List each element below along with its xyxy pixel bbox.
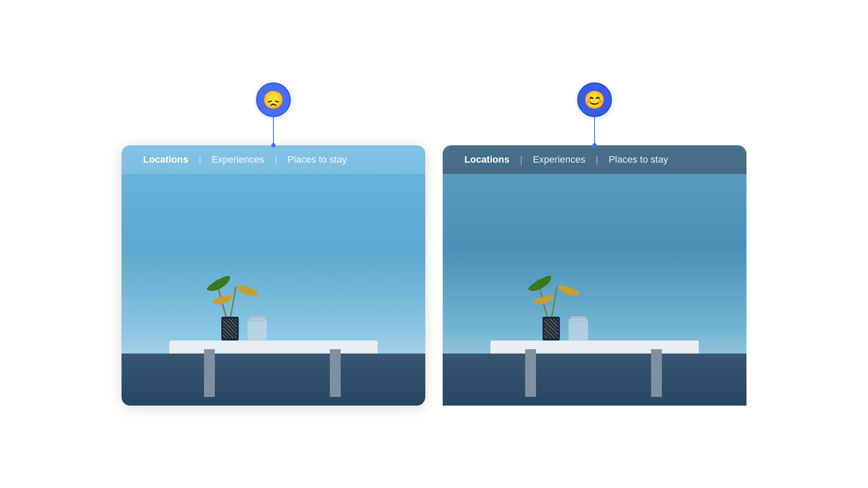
nav-locations-left[interactable]: Locations	[135, 154, 197, 165]
nav-places-left[interactable]: Places to stay	[279, 154, 355, 165]
nav-divider-2-left: |	[273, 154, 279, 165]
right-card: Locations | Experiences | Places to stay	[443, 145, 746, 406]
right-nav-bar: Locations | Experiences | Places to stay	[443, 145, 746, 174]
nav-locations-right[interactable]: Locations	[456, 154, 518, 165]
sad-face-icon: 😞	[263, 90, 284, 110]
floor-left	[122, 354, 425, 406]
table-leg-right-1	[525, 349, 536, 397]
indicator-dot-right	[592, 143, 597, 147]
table-surface-left	[169, 341, 378, 354]
indicator-line-left	[273, 117, 274, 143]
floor-right	[443, 354, 746, 406]
table-leg-left-1	[204, 349, 215, 397]
indicator-line-right	[594, 117, 595, 143]
sad-emoji-circle: 😞	[256, 82, 291, 117]
left-card: Locations | Experiences | Places to stay	[122, 145, 425, 406]
left-panel-wrapper: 😞	[122, 82, 425, 406]
nav-places-right[interactable]: Places to stay	[600, 154, 677, 165]
nav-divider-1-left: |	[197, 154, 203, 165]
happy-indicator: 😊	[577, 82, 612, 147]
sad-indicator: 😞	[256, 82, 291, 147]
happy-emoji-circle: 😊	[577, 82, 612, 117]
nav-experiences-right[interactable]: Experiences	[524, 154, 594, 165]
nav-experiences-left[interactable]: Experiences	[203, 154, 273, 165]
wall-right	[443, 145, 746, 354]
table-leg-left-2	[330, 349, 341, 397]
left-scene: Locations | Experiences | Places to stay	[122, 145, 425, 406]
vase-left	[221, 317, 239, 341]
nav-divider-1-right: |	[518, 154, 524, 165]
jar-left	[247, 319, 267, 341]
nav-divider-2-right: |	[594, 154, 600, 165]
right-panel-wrapper: 😊	[443, 82, 746, 406]
left-nav-bar: Locations | Experiences | Places to stay	[122, 145, 425, 174]
right-scene: Locations | Experiences | Places to stay	[443, 145, 746, 406]
comparison-container: 😞	[0, 65, 868, 423]
wall-left	[122, 145, 425, 354]
indicator-dot-left	[271, 143, 276, 147]
jar-right	[569, 319, 588, 341]
vase-right	[542, 317, 560, 341]
happy-face-icon: 😊	[584, 90, 605, 110]
table-leg-right-2	[651, 349, 662, 397]
table-surface-right	[490, 341, 699, 354]
